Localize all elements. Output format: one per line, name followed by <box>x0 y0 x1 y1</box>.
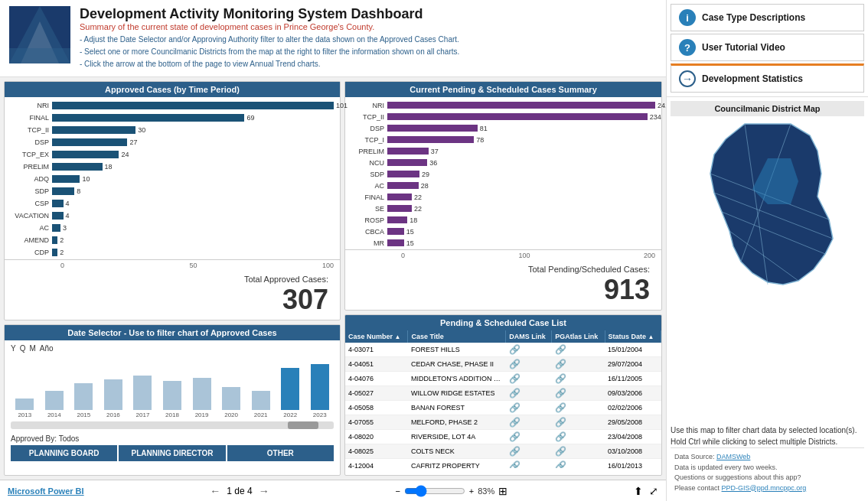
bar-wrapper: 4 <box>52 200 334 207</box>
year-bar-col[interactable] <box>11 399 39 410</box>
status-date-cell: 09/03/2006 <box>605 386 661 401</box>
case-number-cell: 4-08025 <box>345 444 408 459</box>
pending-bar-row: DSP81 <box>345 123 655 133</box>
approved-bar-row: VACATION4 <box>5 210 334 221</box>
table-row[interactable]: 4-04051CEDAR CHASE, PHASE II🔗🔗29/07/2004 <box>345 357 661 372</box>
case-number-cell: 4-08020 <box>345 430 408 444</box>
tutorial-label: User Tutorial Video <box>702 42 785 53</box>
year-bar-col[interactable] <box>41 391 69 410</box>
year-bar[interactable] <box>74 383 93 410</box>
date-selector-title: Date Selector - Use to filter chart of A… <box>5 325 340 340</box>
table-row[interactable]: 4-04076MIDDLETON'S ADDITION TO DYSON🔗🔗16… <box>345 372 661 386</box>
year-bar-col[interactable] <box>305 364 334 410</box>
bar-value: 27 <box>129 138 137 146</box>
pending-bar-value: 28 <box>421 182 429 190</box>
filter-btn-other[interactable]: OTHER <box>227 445 334 461</box>
year-bar[interactable] <box>15 399 34 410</box>
filter-btn-planning-director[interactable]: PLANNING DIRECTOR <box>119 445 225 461</box>
table-row[interactable]: 4-12004CAFRITZ PROPERTY🔗🔗16/01/2013 <box>345 459 661 469</box>
bullet2: - Select one or more Councilmanic Distri… <box>80 46 459 58</box>
fullscreen-icon[interactable]: ⤢ <box>649 485 658 497</box>
year-bar[interactable] <box>252 391 270 410</box>
pending-bar-row: PRELIM37 <box>345 146 655 156</box>
table-row[interactable]: 4-08025COLTS NECK🔗🔗03/10/2008 <box>345 444 661 459</box>
bar-wrapper: 18 <box>52 163 334 171</box>
dams-link-cell[interactable]: 🔗 <box>506 343 552 357</box>
table-row[interactable]: 4-03071FOREST HILLS🔗🔗15/01/2004 <box>345 343 661 357</box>
zoom-slider[interactable] <box>404 485 465 497</box>
dams-link[interactable]: DAMSWeb <box>716 453 750 460</box>
year-bar[interactable] <box>163 381 181 410</box>
pending-bar-row: SDP29 <box>345 169 655 179</box>
pgatlas-link-cell[interactable]: 🔗 <box>552 357 605 372</box>
case-type-label: Case Type Descriptions <box>702 12 805 23</box>
dams-link-cell[interactable]: 🔗 <box>506 430 552 444</box>
year-bar[interactable] <box>45 391 64 410</box>
share-icon[interactable]: ⬆ <box>634 485 643 497</box>
pending-bar-row: NRI241 <box>345 100 655 110</box>
map-container[interactable] <box>671 120 864 421</box>
pgatlas-link-cell[interactable]: 🔗 <box>552 459 605 469</box>
pgatlas-link-cell[interactable]: 🔗 <box>552 415 605 430</box>
dams-link-cell[interactable]: 🔗 <box>506 459 552 469</box>
pending-bar-wrapper: 81 <box>387 125 655 132</box>
fit-screen-icon[interactable]: ⊞ <box>498 485 507 497</box>
year-bar[interactable] <box>193 378 211 410</box>
dams-link-cell[interactable]: 🔗 <box>506 401 552 415</box>
dams-link-cell[interactable]: 🔗 <box>506 357 552 372</box>
year-bar-col[interactable] <box>158 381 187 410</box>
dams-link-cell[interactable]: 🔗 <box>506 415 552 430</box>
year-bar-col[interactable] <box>100 379 128 410</box>
year-bar[interactable] <box>281 368 299 410</box>
approved-bar-row: DSP27 <box>5 137 334 148</box>
prev-page-button[interactable]: ← <box>210 485 220 497</box>
pgatlas-link-cell[interactable]: 🔗 <box>552 444 605 459</box>
top-buttons: i Case Type Descriptions ? User Tutorial… <box>667 0 868 97</box>
case-type-button[interactable]: i Case Type Descriptions <box>671 4 864 31</box>
year-bar[interactable] <box>104 379 122 410</box>
power-bi-link[interactable]: Microsoft Power BI <box>8 486 84 496</box>
table-row[interactable]: 4-05058BANAN FOREST🔗🔗02/02/2006 <box>345 401 661 415</box>
pending-bar-wrapper: 36 <box>387 159 655 166</box>
zoom-minus[interactable]: − <box>395 486 400 496</box>
year-bar[interactable] <box>311 364 329 410</box>
zoom-plus[interactable]: + <box>469 486 474 496</box>
councilmanic-map[interactable] <box>699 120 837 288</box>
date-scrollbar[interactable] <box>11 421 334 429</box>
bar-label: CDP <box>5 249 52 256</box>
table-row[interactable]: 4-07055MELFORD, PHASE 2🔗🔗29/05/2008 <box>345 415 661 430</box>
pgatlas-link-cell[interactable]: 🔗 <box>552 430 605 444</box>
year-bar-col[interactable] <box>70 383 98 410</box>
bar-label: AC <box>5 224 52 232</box>
pgatlas-link-cell[interactable]: 🔗 <box>552 372 605 386</box>
status-date-cell: 03/10/2008 <box>605 444 661 459</box>
year-bar[interactable] <box>222 387 240 410</box>
bar-value: 2 <box>60 249 64 256</box>
pending-bar-wrapper: 78 <box>387 136 655 143</box>
table-row[interactable]: 4-05027WILLOW RIDGE ESTATES🔗🔗09/03/2006 <box>345 386 661 401</box>
pgatlas-link-cell[interactable]: 🔗 <box>552 343 605 357</box>
dams-link-cell[interactable]: 🔗 <box>506 372 552 386</box>
year-bar-col[interactable] <box>217 387 246 410</box>
year-label: 2020 <box>217 412 246 418</box>
pgatlas-link-cell[interactable]: 🔗 <box>552 401 605 415</box>
pending-bar-fill <box>387 159 427 166</box>
next-page-button[interactable]: → <box>259 485 269 497</box>
pending-title: Current Pending & Scheduled Cases Summar… <box>345 82 661 97</box>
email-link[interactable]: PPD-GIS@ppd.mncppc.org <box>722 484 807 492</box>
year-bar-col[interactable] <box>276 368 305 410</box>
tutorial-button[interactable]: ? User Tutorial Video <box>671 34 864 61</box>
year-bar-col[interactable] <box>246 391 275 410</box>
case-title-cell: WILLOW RIDGE ESTATES <box>408 386 506 401</box>
dev-stats-button[interactable]: → Development Statistics <box>671 63 864 93</box>
dams-link-cell[interactable]: 🔗 <box>506 444 552 459</box>
case-list-title: Pending & Scheduled Case List <box>345 315 661 330</box>
year-label: Año <box>40 344 54 353</box>
pgatlas-link-cell[interactable]: 🔗 <box>552 386 605 401</box>
year-bar[interactable] <box>133 376 152 410</box>
year-bar-col[interactable] <box>188 378 216 410</box>
table-row[interactable]: 4-08020RIVERSIDE, LOT 4A🔗🔗23/04/2008 <box>345 430 661 444</box>
year-bar-col[interactable] <box>129 376 157 410</box>
filter-btn-planning-board[interactable]: PLANNING BOARD <box>11 445 117 461</box>
dams-link-cell[interactable]: 🔗 <box>506 386 552 401</box>
